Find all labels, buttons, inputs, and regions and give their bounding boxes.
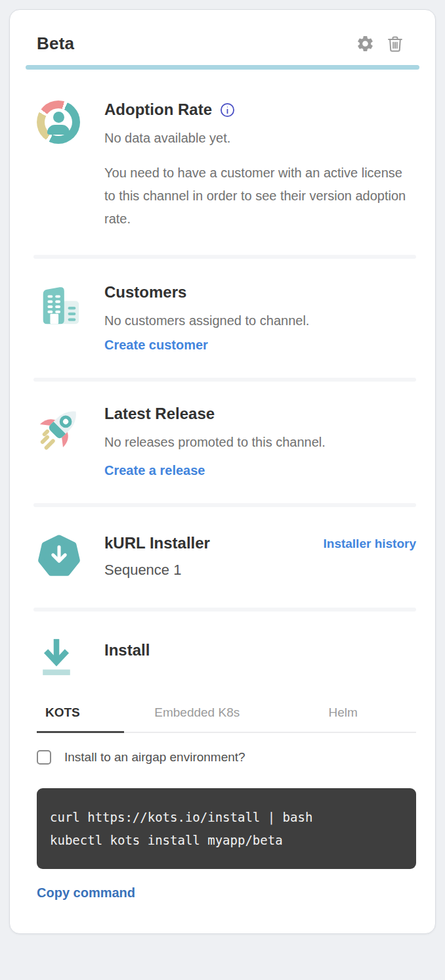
- customers-empty-text: No customers assigned to channel.: [104, 309, 416, 332]
- section-divider: [33, 608, 416, 612]
- delete-button[interactable]: [385, 34, 405, 54]
- release-empty-text: No releases promoted to this channel.: [104, 431, 416, 454]
- kurl-installer-title: kURL Installer: [104, 534, 210, 552]
- copy-command-link[interactable]: Copy command: [37, 885, 135, 901]
- channel-title: Beta: [37, 33, 74, 54]
- download-arrow-icon: [37, 636, 76, 679]
- section-latest-release: Latest Release No releases promoted to t…: [37, 405, 416, 503]
- tab-helm[interactable]: Helm: [270, 699, 417, 732]
- airgap-label: Install to an airgap environment?: [64, 750, 245, 765]
- customers-icon-col: [37, 283, 80, 329]
- installer-icon-col: [37, 534, 80, 579]
- section-divider: [33, 378, 416, 382]
- section-customers: Customers No customers assigned to chann…: [37, 283, 416, 378]
- header-actions: [355, 34, 405, 54]
- install-title: Install: [104, 641, 416, 659]
- install-command-block: curl https://kots.io/install | bashkubec…: [37, 788, 416, 869]
- settings-button[interactable]: [355, 34, 375, 54]
- installer-history-link[interactable]: Installer history: [324, 537, 417, 551]
- adoption-rate-title: Adoption Rate: [104, 100, 212, 119]
- adoption-help-text: You need to have a customer with an acti…: [104, 162, 416, 231]
- command-line: curl https://kots.io/install | bash: [50, 806, 403, 829]
- gear-icon: [356, 34, 375, 53]
- command-line: kubectl kots install myapp/beta: [50, 829, 403, 852]
- install-tabs: KOTS Embedded K8s Helm: [37, 699, 416, 733]
- trash-icon: [386, 35, 404, 53]
- buildings-icon: [37, 283, 80, 329]
- donut-chart-user-icon: [37, 100, 80, 144]
- section-adoption-rate: Adoption Rate No data available yet. You…: [37, 100, 416, 255]
- section-divider: [33, 255, 416, 259]
- release-icon-col: [37, 405, 80, 451]
- create-customer-link[interactable]: Create customer: [104, 338, 208, 353]
- tab-embedded-k8s[interactable]: Embedded K8s: [124, 699, 270, 732]
- channel-accent-bar: [26, 65, 419, 70]
- install-icon-col: [37, 636, 80, 679]
- adoption-icon-col: [37, 100, 80, 144]
- section-kurl-installer: kURL Installer Installer history Sequenc…: [37, 534, 416, 608]
- adoption-empty-text: No data available yet.: [104, 127, 416, 150]
- card-header: Beta: [10, 33, 435, 54]
- channel-card: Beta: [9, 9, 436, 934]
- card-content: Adoption Rate No data available yet. You…: [10, 100, 435, 901]
- info-icon[interactable]: [220, 102, 235, 118]
- create-release-link[interactable]: Create a release: [104, 463, 205, 478]
- heptagon-download-icon: [37, 534, 80, 579]
- latest-release-title: Latest Release: [104, 405, 416, 423]
- section-install: Install KOTS Embedded K8s Helm Install t…: [37, 636, 416, 901]
- airgap-row: Install to an airgap environment?: [37, 750, 416, 765]
- rocket-icon: [37, 405, 80, 451]
- airgap-checkbox[interactable]: [37, 750, 51, 765]
- section-divider: [33, 503, 416, 507]
- customers-title: Customers: [104, 283, 416, 301]
- installer-sequence: Sequence 1: [104, 562, 416, 579]
- tab-kots[interactable]: KOTS: [37, 699, 124, 733]
